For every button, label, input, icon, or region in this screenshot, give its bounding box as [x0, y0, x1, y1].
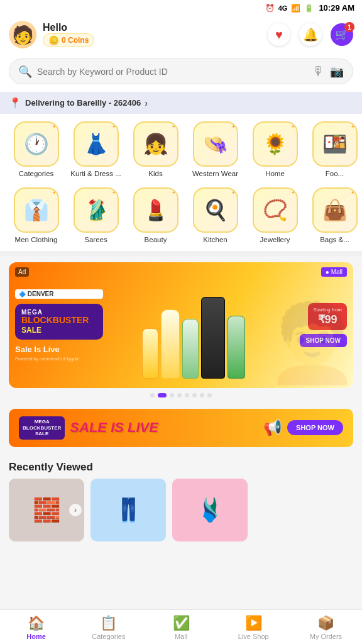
search-bar: 🔍 🎙 📷 [9, 58, 353, 84]
nav-liveshop[interactable]: ▶️ Live Shop [217, 610, 290, 644]
category-item-bags[interactable]: 👜 Bags &... [305, 187, 362, 243]
category-item-categories[interactable]: 🕐 Categories [6, 121, 66, 177]
category-item-sarees[interactable]: 🥻 Sarees [66, 187, 126, 243]
nav-categories-label: Categories [92, 633, 125, 640]
recently-viewed-item-1[interactable]: 🧱 › [9, 479, 84, 541]
rv-img-2: 👖 [90, 479, 166, 541]
header: 🧑 Hello 🪙 0 Coins ♥ 🔔 🛒 1 [0, 16, 362, 53]
categories-row-1: 🕐 Categories 👗 Kurti & Dress ... 👧 Kids … [0, 114, 362, 185]
nav-categories[interactable]: 📋 Categories [72, 610, 145, 644]
category-img-kids: 👧 [133, 121, 178, 167]
ad-tag: Ad [15, 267, 29, 277]
nav-myorders[interactable]: 📦 My Orders [290, 610, 362, 644]
delivery-text: Delivering to Bareilly - 262406 [25, 98, 141, 108]
search-section: 🔍 🎙 📷 [0, 53, 362, 92]
liveshop-icon: ▶️ [245, 615, 262, 631]
recently-viewed-item-2[interactable]: 👖 [90, 479, 166, 541]
category-item-kitchen[interactable]: 🍳 Kitchen [185, 187, 245, 243]
dot-1 [150, 393, 155, 397]
starting-from: Starting from [313, 307, 342, 313]
sale-banner[interactable]: MEGA BLOCKBUSTER SALE SALE IS LIVE 📢 SHO… [9, 409, 353, 447]
greeting-text: Hello [43, 22, 94, 33]
category-item-beauty[interactable]: 💄 Beauty [126, 187, 185, 243]
product-bottle-4 [201, 297, 225, 379]
category-item-food[interactable]: 🍱 Foo... [305, 121, 362, 177]
coins-badge: 🪙 0 Coins [43, 33, 94, 47]
delivery-bar[interactable]: 📍 Delivering to Bareilly - 262406 › [0, 92, 362, 114]
dot-4 [177, 393, 182, 397]
blockbuster-text: BLOCKBUSTER [21, 316, 97, 325]
search-input[interactable] [37, 67, 307, 77]
cart-button[interactable]: 🛒 1 [331, 23, 353, 46]
category-item-kurti[interactable]: 👗 Kurti & Dress ... [66, 121, 126, 177]
sale-banner-left: MEGA BLOCKBUSTER SALE SALE IS LIVE [19, 416, 158, 440]
categories-icon: 📋 [100, 615, 117, 631]
wishlist-button[interactable]: ♥ [268, 23, 290, 46]
powered-text: Powered by mamaearth & tygnik [15, 357, 103, 361]
header-right: ♥ 🔔 🛒 1 [268, 23, 353, 46]
price-value: ₹99 [313, 313, 342, 326]
banner-right: Starting from ₹99 SHOP NOW [284, 303, 347, 347]
megaphone-icon: 📢 [263, 419, 282, 436]
shop-now-button[interactable]: SHOP NOW [300, 334, 347, 347]
product-bottle-3 [182, 319, 199, 379]
banner-content: 🔷 DENVER MEGA BLOCKBUSTER SALE Sale Is L… [9, 272, 353, 379]
category-img-sarees: 🥻 [74, 187, 119, 233]
notification-button[interactable]: 🔔 [299, 23, 322, 46]
category-item-western[interactable]: 👒 Western Wear [185, 121, 245, 177]
category-label-kids: Kids [148, 170, 162, 177]
category-item-men[interactable]: 👔 Men Clothing [6, 187, 66, 243]
category-item-jewellery[interactable]: 📿 Jewellery [245, 187, 305, 243]
product-bottle-5 [228, 316, 245, 379]
sale-shop-now-button[interactable]: SHOP NOW [287, 420, 343, 435]
wifi-icon: 📶 [291, 4, 300, 13]
product-bottle-2 [161, 309, 180, 379]
category-img-kitchen: 🍳 [193, 187, 238, 233]
home-icon: 🏠 [28, 615, 45, 631]
chevron-right-icon: › [145, 98, 148, 108]
recently-viewed-list: 🧱 › 👖 🩱 [0, 479, 362, 549]
category-item-home[interactable]: 🌻 Home [245, 121, 305, 177]
status-bar: ⏰ 4G 📶 🔋 10:29 AM [0, 0, 362, 16]
recently-viewed-item-3[interactable]: 🩱 [172, 479, 248, 541]
mall-tag: ● Mall [321, 267, 347, 277]
price-tag: Starting from ₹99 [308, 303, 347, 330]
dot-2[interactable] [158, 393, 167, 397]
carousel-dots [0, 388, 362, 402]
heart-icon: ♥ [275, 28, 283, 42]
microphone-icon[interactable]: 🎙 [312, 64, 325, 79]
category-label-men: Men Clothing [15, 236, 58, 243]
category-img-western: 👒 [193, 121, 238, 167]
category-img-bags: 👜 [312, 187, 358, 233]
nav-home[interactable]: 🏠 Home [0, 610, 72, 644]
category-item-kids[interactable]: 👧 Kids [126, 121, 185, 177]
dot-5 [185, 393, 189, 397]
bottom-navigation: 🏠 Home 📋 Categories ✅ Mall ▶️ Live Shop … [0, 609, 362, 644]
camera-icon[interactable]: 📷 [330, 65, 344, 79]
category-img-food: 🍱 [312, 121, 358, 167]
category-label-kurti: Kurti & Dress ... [70, 170, 121, 177]
location-icon: 📍 [9, 97, 21, 109]
sale-text: SALE [21, 326, 97, 335]
avatar: 🧑 [9, 21, 36, 48]
banner-wrap[interactable]: Ad ● Mall 🔷 DENVER MEGA BLOCKBUSTER SALE… [9, 262, 353, 388]
categories-row-2: 👔 Men Clothing 🥻 Sarees 💄 Beauty 🍳 Kitch… [0, 185, 362, 251]
categories-row-2-inner: 👔 Men Clothing 🥻 Sarees 💄 Beauty 🍳 Kitch… [0, 187, 362, 243]
dot-8 [207, 393, 212, 397]
category-img-categories: 🕐 [14, 121, 59, 167]
mega-sale-box: MEGA BLOCKBUSTER SALE [15, 304, 103, 339]
sale-badge-mini: MEGA BLOCKBUSTER SALE [19, 416, 65, 440]
nav-mall[interactable]: ✅ Mall [145, 610, 217, 644]
nav-myorders-label: My Orders [310, 633, 342, 640]
time-display: 10:29 AM [319, 3, 354, 13]
search-icon: 🔍 [18, 65, 32, 79]
coin-icon: 🪙 [48, 35, 59, 45]
recently-viewed-title: Recently Viewed [0, 455, 362, 479]
category-img-men: 👔 [14, 187, 59, 233]
sale-is-live-text: SALE IS LIVE [70, 419, 158, 436]
recently-viewed-section: Recently Viewed 🧱 › 👖 🩱 [0, 455, 362, 549]
mall-icon: ✅ [173, 615, 190, 631]
section-divider-1 [0, 251, 362, 256]
coins-amount: 0 Coins [62, 36, 89, 45]
sale-live-text: Sale Is Live [15, 345, 103, 354]
